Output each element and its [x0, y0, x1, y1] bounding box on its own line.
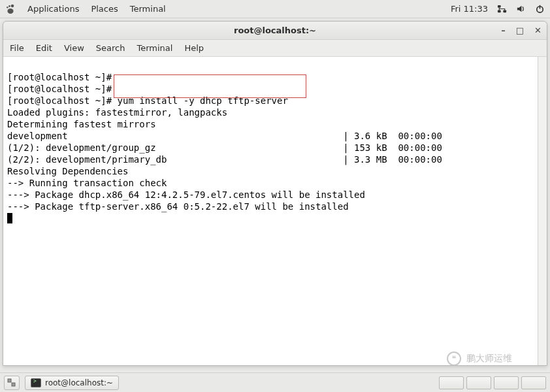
terminal-line: development | 3.6 kB 00:00:00	[7, 131, 442, 141]
terminal-menu[interactable]: Terminal	[130, 4, 166, 14]
terminal-line: ---> Package tftp-server.x86_64 0:5.2-22…	[7, 201, 349, 212]
terminal-line: (1/2): development/group_gz | 153 kB 00:…	[7, 142, 442, 153]
menu-edit[interactable]: Edit	[36, 43, 52, 53]
scrollbar[interactable]	[538, 57, 547, 365]
svg-point-2	[7, 7, 8, 8]
window-title: root@localhost:~	[234, 25, 316, 35]
power-icon[interactable]	[535, 4, 545, 14]
workspace-3[interactable]	[494, 376, 519, 389]
terminal-line: [root@localhost ~]# yum install -y dhcp …	[7, 95, 288, 106]
taskbar-entry-terminal[interactable]: root@localhost:~	[25, 376, 119, 390]
menubar: File Edit View Search Terminal Help	[3, 40, 547, 57]
terminal-icon	[31, 378, 41, 387]
terminal-output[interactable]: [root@localhost ~]# [root@localhost ~]# …	[3, 57, 547, 365]
menu-help[interactable]: Help	[184, 43, 204, 53]
menu-file[interactable]: File	[10, 43, 24, 53]
network-icon[interactable]	[497, 4, 507, 14]
top-panel: Applications Places Terminal Fri 11:33	[0, 0, 550, 18]
terminal-line: Determining fastest mirrors	[7, 119, 156, 129]
terminal-window: root@localhost:~ – □ ✕ File Edit View Se…	[3, 21, 547, 366]
titlebar[interactable]: root@localhost:~ – □ ✕	[3, 22, 547, 40]
close-button[interactable]: ✕	[534, 25, 542, 35]
workspace-2[interactable]	[466, 376, 491, 389]
gnome-foot-icon	[5, 4, 16, 14]
terminal-line: --> Running transaction check	[7, 178, 167, 188]
svg-rect-10	[12, 383, 15, 386]
terminal-line: [root@localhost ~]#	[7, 84, 112, 94]
workspace-4[interactable]	[521, 376, 546, 389]
terminal-line: Resolving Dependencies	[7, 166, 128, 176]
menu-view[interactable]: View	[64, 43, 84, 53]
menu-terminal[interactable]: Terminal	[137, 43, 172, 53]
workspace-1[interactable]	[439, 376, 464, 389]
terminal-cursor	[7, 213, 12, 223]
applications-menu[interactable]: Applications	[27, 4, 79, 14]
annotation-highlight	[114, 74, 306, 98]
clock[interactable]: Fri 11:33	[451, 4, 488, 14]
svg-rect-9	[8, 379, 11, 382]
terminal-line: Loaded plugins: fastestmirror, langpacks	[7, 107, 227, 118]
terminal-line: ---> Package dhcp.x86_64 12:4.2.5-79.el7…	[7, 189, 365, 200]
svg-point-1	[8, 5, 10, 7]
menu-search[interactable]: Search	[96, 43, 125, 53]
workspace-switcher[interactable]	[439, 376, 546, 389]
terminal-line: (2/2): development/primary_db | 3.3 MB 0…	[7, 154, 442, 165]
places-menu[interactable]: Places	[91, 4, 118, 14]
volume-icon[interactable]	[516, 4, 526, 14]
show-desktop-button[interactable]	[4, 376, 20, 390]
terminal-line: [root@localhost ~]#	[7, 72, 112, 82]
minimize-button[interactable]: –	[501, 25, 506, 35]
taskbar: root@localhost:~	[0, 372, 550, 392]
svg-point-3	[7, 8, 13, 14]
svg-rect-4	[498, 5, 501, 8]
maximize-button[interactable]: □	[516, 25, 524, 35]
taskbar-entry-label: root@localhost:~	[45, 378, 113, 387]
svg-point-0	[11, 4, 14, 7]
